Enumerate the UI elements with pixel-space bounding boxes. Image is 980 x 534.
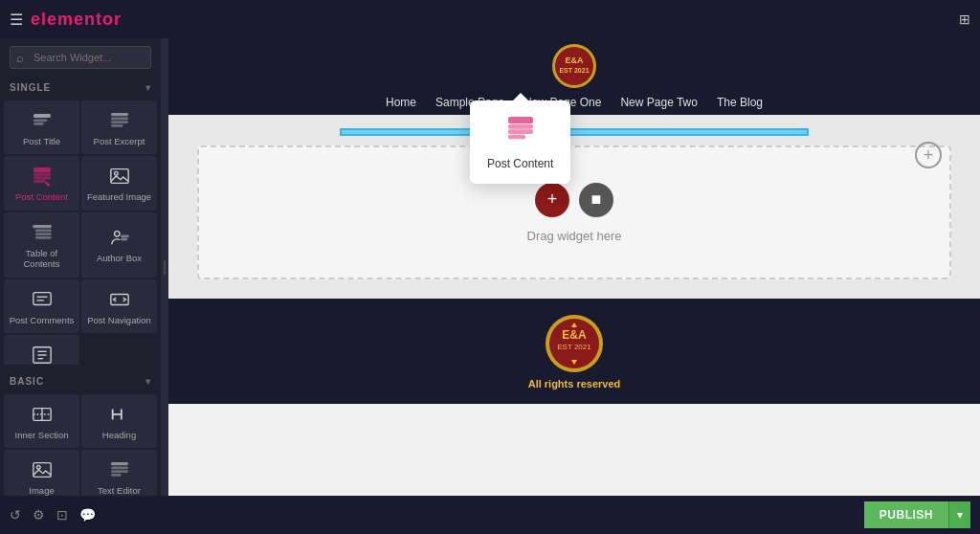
- widget-label-inner-section: Inner Section: [15, 430, 69, 440]
- svg-text:E&A: E&A: [562, 328, 587, 342]
- widget-label-post-excerpt: Post Excerpt: [94, 136, 145, 146]
- drop-zone: + ■ Drag widget here: [197, 145, 951, 279]
- search-wrapper: [10, 46, 151, 69]
- widget-post-comments[interactable]: Post Comments: [4, 279, 79, 333]
- content-area: E&AEST 2021 Home Sample Page New Page On…: [168, 38, 980, 496]
- widget-label-post-content: Post Content: [15, 191, 68, 202]
- widget-author-box[interactable]: Author Box: [81, 212, 157, 278]
- search-input[interactable]: [10, 46, 151, 69]
- chevron-down-icon: ▾: [145, 82, 151, 93]
- post-title-icon: [32, 110, 53, 131]
- add-widget-button[interactable]: +: [535, 183, 569, 217]
- widget-label-image: Image: [29, 485, 54, 496]
- search-box: [0, 38, 161, 77]
- post-nav-icon: [109, 289, 130, 310]
- svg-rect-1: [33, 120, 46, 121]
- svg-rect-48: [509, 125, 532, 128]
- svg-rect-39: [111, 471, 127, 472]
- svg-rect-20: [121, 239, 125, 240]
- svg-rect-9: [33, 177, 50, 179]
- svg-rect-50: [509, 136, 524, 139]
- widget-image[interactable]: Image: [4, 450, 79, 496]
- widget-heading[interactable]: Heading: [81, 394, 157, 448]
- widget-text-editor[interactable]: Text Editor: [81, 450, 157, 496]
- svg-rect-47: [509, 118, 532, 122]
- svg-point-36: [36, 466, 40, 470]
- widget-label-post-title: Post Title: [23, 136, 60, 146]
- publish-button[interactable]: PUBLISH: [864, 501, 948, 528]
- toc-icon: [32, 222, 53, 243]
- widget-post-excerpt[interactable]: Post Excerpt: [81, 100, 157, 154]
- history-icon[interactable]: ↺: [10, 507, 21, 523]
- svg-rect-4: [111, 118, 127, 119]
- svg-point-18: [114, 232, 120, 237]
- hamburger-icon[interactable]: ☰: [10, 11, 23, 29]
- svg-rect-7: [33, 168, 50, 172]
- svg-rect-6: [111, 125, 122, 126]
- canvas-area: + + ■ Drag widget here: [168, 115, 980, 299]
- widget-post-navigation[interactable]: Post Navigation: [81, 279, 157, 333]
- section-header-single[interactable]: SINGLE ▾: [0, 77, 161, 99]
- section-layout-button[interactable]: ■: [579, 183, 613, 217]
- svg-rect-10: [33, 181, 44, 183]
- widget-table-of-contents[interactable]: Table of Contents: [4, 212, 79, 278]
- responsive-icon[interactable]: ⊡: [56, 507, 68, 523]
- widget-inner-section[interactable]: Inner Section: [4, 394, 79, 448]
- drop-zone-text: Drag widget here: [527, 229, 622, 243]
- svg-text:EST 2021: EST 2021: [557, 343, 591, 351]
- svg-rect-8: [33, 174, 50, 176]
- svg-rect-14: [33, 225, 50, 227]
- site-logo-text: E&AEST 2021: [559, 56, 589, 76]
- grid-icon[interactable]: ⊞: [959, 11, 970, 27]
- bottom-bar-left: ↺ ⚙ ⊡ 💬: [10, 507, 96, 523]
- widget-label-author-box: Author Box: [97, 253, 142, 263]
- author-box-icon: [109, 227, 130, 248]
- tooltip-arrow: [513, 93, 528, 100]
- svg-point-13: [114, 172, 118, 176]
- section-header-basic[interactable]: BASIC ▾: [0, 370, 161, 392]
- inner-section-icon: [32, 404, 53, 425]
- post-comments-icon: [32, 289, 53, 310]
- settings-icon[interactable]: ⚙: [33, 507, 45, 523]
- chevron-down-icon-basic: ▾: [145, 376, 151, 387]
- tooltip-label: Post Content: [487, 157, 553, 170]
- canvas-add-button[interactable]: +: [915, 142, 942, 168]
- publish-dropdown-button[interactable]: ▾: [948, 501, 970, 528]
- heading-icon: [109, 404, 130, 425]
- widget-label-featured-image: Featured Image: [87, 191, 151, 202]
- publish-btn-group: PUBLISH ▾: [864, 501, 970, 528]
- main-layout: SINGLE ▾ Post Title: [0, 38, 980, 496]
- top-bar-left: ☰ elementor: [10, 10, 122, 30]
- elementor-logo: elementor: [31, 10, 122, 30]
- nav-link-blog[interactable]: The Blog: [717, 96, 763, 109]
- widget-featured-image[interactable]: Featured Image: [81, 156, 157, 210]
- site-logo: E&AEST 2021: [552, 44, 596, 88]
- basic-widgets-grid: Inner Section Heading: [0, 392, 161, 496]
- resize-handle[interactable]: [161, 38, 168, 496]
- svg-rect-15: [35, 230, 51, 231]
- drop-zone-buttons: + ■: [535, 183, 613, 217]
- svg-rect-3: [111, 114, 127, 116]
- site-nav-links: Home Sample Page New Page One New Page T…: [386, 96, 763, 109]
- svg-rect-19: [121, 236, 127, 237]
- website-preview: E&AEST 2021 Home Sample Page New Page On…: [168, 38, 980, 496]
- svg-rect-38: [111, 467, 127, 468]
- site-footer: E&A EST 2021 All rights reserved: [168, 299, 980, 404]
- widget-post-content[interactable]: Post Content: [4, 156, 79, 210]
- comments-icon[interactable]: 💬: [79, 507, 96, 523]
- svg-rect-12: [110, 169, 127, 184]
- single-widgets-grid: Post Title Post Excerpt: [0, 99, 161, 365]
- bottom-bar: ↺ ⚙ ⊡ 💬 PUBLISH ▾: [0, 496, 980, 534]
- svg-rect-37: [111, 463, 127, 465]
- svg-line-11: [45, 183, 49, 187]
- widget-post-info[interactable]: Post Info: [4, 335, 79, 365]
- selected-element[interactable]: [340, 128, 809, 136]
- nav-link-page-two[interactable]: New Page Two: [620, 96, 698, 109]
- widget-post-title[interactable]: Post Title: [4, 100, 79, 154]
- section-label-single: SINGLE: [10, 82, 51, 93]
- nav-link-home[interactable]: Home: [386, 96, 416, 109]
- widget-label-heading: Heading: [102, 430, 136, 440]
- svg-rect-16: [35, 234, 51, 234]
- section-label-basic: BASIC: [10, 376, 44, 387]
- post-content-icon: [32, 166, 53, 187]
